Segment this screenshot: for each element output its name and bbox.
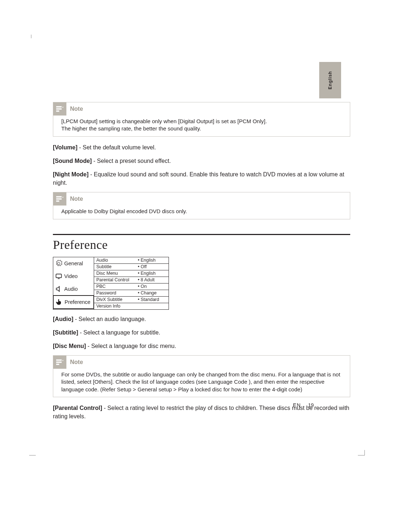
note-icon (53, 192, 66, 206)
setting-label: [Parental Control] (53, 405, 102, 411)
setting-night-mode: [Night Mode] - Equalize loud sound and s… (53, 170, 350, 187)
svg-marker-3 (62, 107, 63, 108)
section-heading: Preference (53, 238, 350, 252)
manual-page: English Note [LPCM Output] setting is ch… (0, 0, 394, 532)
note-header: Note (53, 192, 350, 206)
menu-options: Audio• English Subtitle• Off Disc Menu• … (94, 257, 169, 309)
note-icon (53, 102, 66, 116)
setting-label: [Volume] (53, 144, 77, 150)
setting-desc: - Select an audio language. (73, 316, 146, 322)
menu-row: PBC• On (94, 283, 169, 290)
note-line: The higher the sampling rate, the better… (61, 125, 342, 132)
note-title: Note (70, 106, 83, 112)
svg-rect-0 (56, 106, 62, 107)
note-header: Note (53, 102, 350, 116)
crop-mark-icon (31, 35, 35, 38)
note-line: Applicable to Dolby Digital encoded DVD … (61, 208, 342, 215)
menu-row: Audio• English (94, 257, 169, 264)
gear-icon (55, 259, 63, 267)
note-box-language: Note For some DVDs, the subtitle or audi… (53, 355, 350, 397)
menu-tab-preference: Preference (53, 295, 94, 309)
note-line: [LPCM Output] setting is changeable only… (61, 118, 342, 125)
menu-row: Disc Menu• English (94, 270, 169, 277)
setting-label: [Subtitle] (53, 329, 78, 336)
svg-rect-10 (56, 360, 62, 361)
setting-desc: - Set the default volume level. (77, 144, 156, 150)
setting-label: [Audio] (53, 316, 73, 322)
setting-desc: - Select a language for subtitle. (78, 329, 160, 336)
note-title: Note (70, 196, 83, 202)
setting-label: [Disc Menu] (53, 343, 86, 349)
setting-desc: - Select a preset sound effect. (92, 158, 171, 164)
speaker-icon (55, 285, 63, 293)
setting-desc: - Select a language for disc menu. (86, 343, 176, 349)
pref-audio: [Audio] - Select an audio language. (53, 315, 350, 323)
language-tab-label: English (328, 71, 333, 89)
setting-volume: [Volume] - Set the default volume level. (53, 143, 350, 152)
pref-subtitle: [Subtitle] - Select a language for subti… (53, 328, 350, 337)
svg-rect-12 (56, 364, 59, 365)
svg-rect-2 (56, 110, 59, 112)
note-body: For some DVDs, the subtitle or audio lan… (53, 369, 350, 397)
svg-rect-5 (56, 199, 62, 200)
setting-desc: - Equalize loud sound and soft sound. En… (53, 171, 344, 186)
note-text: For some DVDs, the subtitle or audio lan… (61, 371, 342, 393)
section-divider (53, 234, 350, 235)
page-content: Note [LPCM Output] setting is changeable… (53, 102, 350, 426)
page-footer: EN 19 (293, 402, 314, 408)
setting-label: [Sound Mode] (53, 158, 92, 164)
svg-rect-8 (56, 274, 62, 278)
svg-marker-13 (62, 360, 63, 361)
display-icon (55, 272, 63, 280)
menu-tab-label: Video (64, 273, 78, 279)
osd-menu-diagram: General Video Audio Preference Audio• En… (53, 257, 169, 310)
setting-sound-mode: [Sound Mode] - Select a preset sound eff… (53, 157, 350, 165)
svg-rect-9 (58, 278, 60, 279)
note-icon (53, 356, 66, 369)
crop-mark-icon (358, 450, 365, 455)
svg-rect-4 (56, 196, 62, 197)
setting-label: [Night Mode] (53, 171, 89, 177)
svg-rect-11 (56, 361, 62, 363)
menu-tab-audio: Audio (53, 283, 94, 296)
footer-lang: EN (293, 402, 301, 408)
pref-disc-menu: [Disc Menu] - Select a language for disc… (53, 342, 350, 350)
svg-rect-1 (56, 108, 62, 109)
menu-row: DivX Subtitle• Standard (94, 297, 169, 303)
menu-row: Subtitle• Off (94, 264, 169, 270)
footer-page: 19 (308, 402, 314, 408)
svg-rect-6 (56, 200, 59, 202)
language-tab: English (319, 62, 341, 98)
note-header: Note (53, 356, 350, 369)
note-title: Note (70, 359, 83, 365)
menu-tab-label: Preference (65, 299, 90, 305)
menu-row: Version Info (94, 303, 169, 309)
note-body: Applicable to Dolby Digital encoded DVD … (53, 206, 350, 219)
crop-mark-icon (29, 451, 36, 455)
menu-row: Parental Control• 8 Adult (94, 277, 169, 283)
menu-tab-general: General (53, 257, 94, 270)
menu-tab-label: Audio (64, 286, 78, 292)
menu-tab-video: Video (53, 270, 94, 283)
menu-tab-label: General (64, 261, 83, 266)
menu-tabs: General Video Audio Preference (53, 257, 94, 309)
note-box-dolby: Note Applicable to Dolby Digital encoded… (53, 192, 350, 219)
note-body: [LPCM Output] setting is changeable only… (53, 116, 350, 136)
note-box-lpcm: Note [LPCM Output] setting is changeable… (53, 102, 350, 137)
menu-row: Password• Change (94, 290, 169, 297)
svg-marker-7 (62, 197, 63, 198)
hand-icon (55, 298, 63, 306)
